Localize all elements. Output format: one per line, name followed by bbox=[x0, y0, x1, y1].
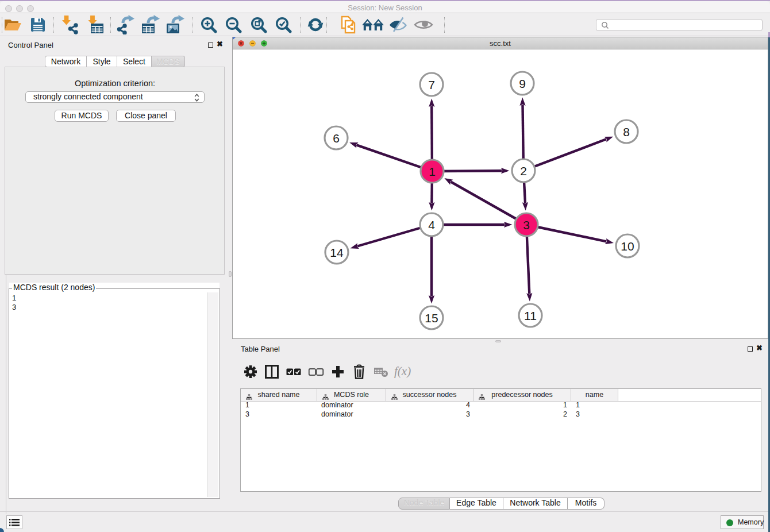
svg-text:15: 15 bbox=[425, 311, 438, 325]
svg-text:3: 3 bbox=[523, 218, 530, 232]
svg-text:10: 10 bbox=[621, 240, 634, 253]
svg-text:6: 6 bbox=[333, 132, 340, 145]
svg-text:11: 11 bbox=[524, 309, 537, 322]
svg-text:8: 8 bbox=[623, 125, 630, 138]
svg-text:2: 2 bbox=[520, 164, 527, 178]
svg-text:9: 9 bbox=[519, 77, 526, 90]
svg-text:14: 14 bbox=[330, 246, 344, 259]
svg-text:4: 4 bbox=[428, 218, 435, 232]
svg-text:7: 7 bbox=[428, 78, 435, 91]
svg-text:1: 1 bbox=[429, 165, 436, 178]
